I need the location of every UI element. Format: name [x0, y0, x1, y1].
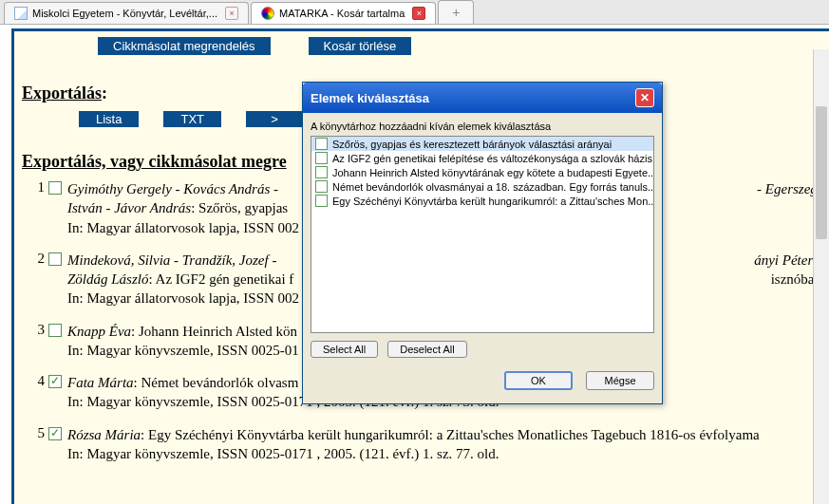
item-checkbox[interactable] [315, 152, 328, 164]
tab-label: Miskolci Egyetem - Könyvtár, Levéltár,..… [32, 8, 217, 19]
export-list-button[interactable]: Lista [79, 111, 139, 127]
close-icon[interactable]: ✕ [635, 88, 654, 107]
dialog-list-item[interactable]: Német bevándorlók olvasmányai a 18. száz… [311, 179, 653, 194]
item-number: 1 [22, 179, 48, 237]
tab-label: MATARKA - Kosár tartalma [279, 8, 405, 19]
item-label: Német bevándorlók olvasmányai a 18. száz… [332, 181, 654, 193]
item-checkbox[interactable] [48, 324, 62, 337]
top-button-row: Cikkmásolat megrendelés Kosár törlése [98, 37, 821, 55]
item-checkbox[interactable] [48, 375, 62, 388]
new-tab-button[interactable]: + [438, 0, 474, 24]
export-txt-button[interactable]: TXT [163, 111, 221, 127]
order-copy-button[interactable]: Cikkmásolat megrendelés [98, 37, 271, 55]
tab-miskolci[interactable]: Miskolci Egyetem - Könyvtár, Levéltár,..… [4, 2, 249, 24]
deselect-all-button[interactable]: Deselect All [387, 341, 466, 358]
item-number: 5 [22, 425, 48, 464]
item-label: Az IGF2 gén genetikai felépítése és vált… [332, 153, 654, 164]
select-button-row: Select All Deselect All [311, 341, 654, 358]
tab-matarka[interactable]: MATARKA - Kosár tartalma × [251, 2, 436, 24]
item-body: Rózsa Mária: Egy Széchényi Könyvtárba ke… [67, 425, 821, 464]
list-item: 5Rózsa Mária: Egy Széchényi Könyvtárba k… [22, 425, 821, 464]
item-checkbox[interactable] [48, 427, 62, 440]
item-label: Egy Széchényi Könyvtárba került hungarik… [332, 196, 654, 207]
select-items-dialog: Elemek kiválasztása ✕ A könyvtárhoz hozz… [302, 82, 663, 404]
dialog-list-item[interactable]: Johann Heinrich Alsted könyvtárának egy … [311, 165, 653, 179]
item-checkbox[interactable] [315, 195, 328, 207]
close-icon[interactable]: × [412, 7, 425, 20]
dialog-list-item[interactable]: Szőrös, gyapjas és keresztezett bárányok… [311, 137, 653, 151]
item-checkbox[interactable] [48, 252, 62, 266]
clear-cart-button[interactable]: Kosár törlése [309, 37, 412, 55]
ok-button[interactable]: OK [504, 371, 573, 390]
select-all-button[interactable]: Select All [311, 341, 378, 358]
dialog-title-text: Elemek kiválasztása [311, 91, 429, 105]
export-more-button[interactable]: > [246, 111, 303, 127]
dialog-description: A könyvtárhoz hozzáadni kíván elemek kiv… [311, 121, 654, 132]
item-label: Johann Heinrich Alsted könyvtárának egy … [332, 167, 654, 178]
dialog-item-list[interactable]: Szőrös, gyapjas és keresztezett bárányok… [311, 136, 654, 333]
item-number: 3 [22, 322, 48, 361]
item-checkbox[interactable] [48, 181, 62, 195]
vertical-scrollbar[interactable] [813, 49, 829, 504]
browser-tab-bar: Miskolci Egyetem - Könyvtár, Levéltár,..… [0, 0, 829, 25]
dialog-body: A könyvtárhoz hozzáadni kíván elemek kiv… [303, 113, 662, 403]
item-checkbox[interactable] [315, 180, 328, 193]
tool-icon [261, 7, 274, 20]
dialog-list-item[interactable]: Az IGF2 gén genetikai felépítése és vált… [311, 151, 653, 165]
item-number: 4 [22, 373, 48, 412]
close-icon[interactable]: × [225, 7, 238, 20]
dialog-footer: OK Mégse [311, 371, 654, 396]
item-checkbox[interactable] [315, 138, 328, 150]
scrollbar-thumb[interactable] [816, 106, 827, 239]
item-checkbox[interactable] [315, 166, 328, 178]
cancel-button[interactable]: Mégse [586, 371, 654, 390]
dialog-titlebar[interactable]: Elemek kiválasztása ✕ [303, 83, 662, 113]
item-number: 2 [22, 251, 48, 308]
dialog-list-item[interactable]: Egy Széchényi Könyvtárba került hungarik… [311, 194, 653, 208]
item-label: Szőrös, gyapjas és keresztezett bárányok… [332, 139, 612, 150]
document-icon [14, 7, 28, 20]
